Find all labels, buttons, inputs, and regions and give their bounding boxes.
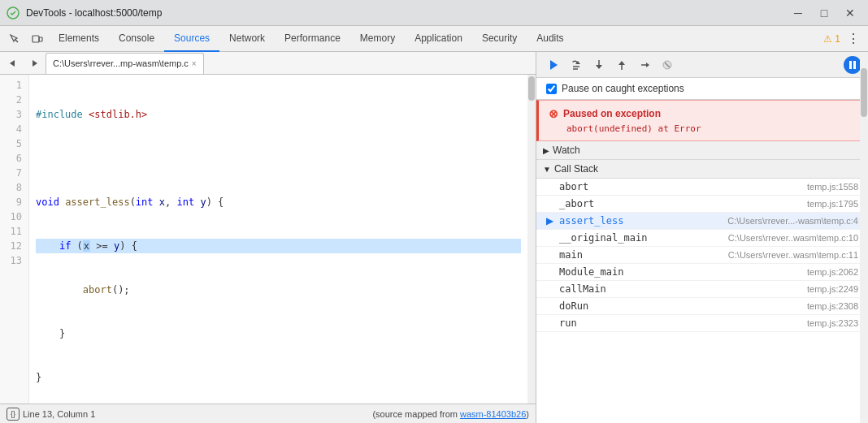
main-layout: C:\Users\rrever...mp-wasm\temp.c × 1 2 3… bbox=[0, 52, 868, 423]
inspect-element-button[interactable] bbox=[3, 28, 26, 50]
tab-elements[interactable]: Elements bbox=[49, 26, 109, 52]
svg-rect-19 bbox=[853, 61, 856, 69]
watch-section-label: Watch bbox=[553, 145, 580, 156]
source-tab-bar: C:\Users\rrever...mp-wasm\temp.c × bbox=[0, 52, 536, 75]
step-button[interactable] bbox=[634, 54, 655, 76]
error-icon: ⊗ bbox=[549, 107, 558, 120]
toolbar-end: ⚠ 1 ⋮ bbox=[823, 28, 865, 50]
pause-button[interactable] bbox=[844, 56, 861, 74]
call-stack-list: abort temp.js:1558 _abort temp.js:1795 ▶… bbox=[536, 179, 868, 423]
active-frame-arrow: ▶ bbox=[546, 215, 556, 227]
stack-item-assert_less[interactable]: ▶ assert_less C:\Users\rrever...-wasm\te… bbox=[536, 213, 868, 230]
right-pane-content: Pause on caught exceptions ⊗ Paused on e… bbox=[536, 78, 868, 423]
tab-security[interactable]: Security bbox=[472, 26, 527, 52]
deactivate-breakpoints-button[interactable] bbox=[657, 54, 678, 76]
code-line-5: abort(); bbox=[36, 283, 521, 297]
tab-application[interactable]: Application bbox=[405, 26, 472, 52]
svg-marker-6 bbox=[550, 60, 558, 70]
exception-banner: ⊗ Paused on exception abort(undefined) a… bbox=[536, 100, 868, 141]
right-pane-scrollbar[interactable] bbox=[860, 78, 868, 423]
tab-performance[interactable]: Performance bbox=[275, 26, 350, 52]
code-line-3: void assert_less(int x, int y) { bbox=[36, 195, 521, 209]
stack-item-run[interactable]: run temp.js:2323 bbox=[536, 315, 868, 332]
code-scrollbar-thumb bbox=[528, 76, 535, 101]
line-numbers: 1 2 3 4 5 6 7 8 9 10 11 12 13 bbox=[0, 75, 29, 404]
code-line-1: #include <stdlib.h> bbox=[36, 107, 521, 122]
call-stack-section-label: Call Stack bbox=[554, 163, 598, 175]
warning-badge[interactable]: ⚠ 1 bbox=[823, 33, 840, 45]
code-content[interactable]: #include <stdlib.h> void assert_less(int… bbox=[29, 75, 527, 404]
tab-sources[interactable]: Sources bbox=[164, 26, 219, 52]
tab-audits[interactable]: Audits bbox=[527, 26, 573, 52]
status-bar: {} Line 13, Column 1 (source mapped from… bbox=[0, 404, 536, 423]
close-tab-button[interactable]: × bbox=[192, 59, 197, 68]
pause-exceptions-row: Pause on caught exceptions bbox=[536, 78, 868, 100]
code-line-6: } bbox=[36, 326, 521, 341]
source-nav-forward[interactable] bbox=[24, 54, 44, 73]
maximize-button[interactable]: □ bbox=[813, 4, 835, 22]
close-button[interactable]: ✕ bbox=[839, 4, 861, 22]
resume-button[interactable] bbox=[543, 54, 564, 76]
stack-item-original_main[interactable]: __original_main C:\Users\rrever..wasm\te… bbox=[536, 230, 868, 247]
watch-chevron-icon: ▶ bbox=[543, 146, 549, 155]
warning-icon: ⚠ bbox=[823, 33, 832, 45]
source-nav-back[interactable] bbox=[3, 54, 23, 73]
svg-rect-2 bbox=[33, 36, 39, 42]
status-right: (source mapped from wasm-81403b26) bbox=[102, 409, 529, 419]
svg-marker-4 bbox=[10, 60, 15, 67]
status-left: {} Line 13, Column 1 bbox=[7, 408, 95, 421]
minimize-button[interactable]: ─ bbox=[787, 4, 809, 22]
step-over-button[interactable] bbox=[566, 54, 587, 76]
code-area: 1 2 3 4 5 6 7 8 9 10 11 12 13 #include <… bbox=[0, 75, 536, 404]
right-pane: Pause on caught exceptions ⊗ Paused on e… bbox=[536, 52, 868, 423]
warning-count: 1 bbox=[835, 33, 840, 45]
devtools-icon bbox=[7, 6, 20, 19]
svg-line-1 bbox=[15, 39, 19, 42]
source-file-tab[interactable]: C:\Users\rrever...mp-wasm\temp.c × bbox=[46, 53, 204, 74]
svg-marker-11 bbox=[596, 65, 602, 69]
stack-item-callmain[interactable]: callMain temp.js:2249 bbox=[536, 281, 868, 298]
tab-bar: Elements Console Sources Network Perform… bbox=[49, 26, 823, 52]
call-stack-chevron-icon: ▼ bbox=[543, 165, 551, 174]
code-line-4: if (x >= y) { bbox=[36, 239, 521, 253]
source-map-link[interactable]: wasm-81403b26 bbox=[460, 409, 526, 419]
svg-rect-3 bbox=[39, 37, 42, 41]
cursor-position: Line 13, Column 1 bbox=[23, 409, 95, 419]
source-file-name: C:\Users\rrever...mp-wasm\temp.c bbox=[53, 58, 189, 68]
svg-rect-18 bbox=[849, 61, 852, 69]
exception-message: abort(undefined) at Error bbox=[566, 123, 857, 134]
stack-item-main[interactable]: main C:\Users\rrever..wasm\temp.c:11 bbox=[536, 247, 868, 264]
svg-marker-5 bbox=[33, 60, 37, 67]
pause-exceptions-label[interactable]: Pause on caught exceptions bbox=[562, 83, 684, 94]
more-options-button[interactable]: ⋮ bbox=[842, 28, 865, 50]
code-vertical-scrollbar[interactable] bbox=[527, 75, 536, 404]
svg-marker-15 bbox=[646, 63, 649, 67]
svg-marker-13 bbox=[618, 61, 625, 65]
right-scrollbar-thumb bbox=[861, 78, 867, 117]
stack-item-module_main[interactable]: Module_main temp.js:2062 bbox=[536, 264, 868, 281]
device-toggle-button[interactable] bbox=[26, 28, 49, 50]
window-controls: ─ □ ✕ bbox=[787, 4, 861, 22]
debugger-toolbar bbox=[536, 52, 868, 78]
window-title: DevTools - localhost:5000/temp bbox=[26, 7, 780, 19]
tab-network[interactable]: Network bbox=[219, 26, 275, 52]
exception-title: ⊗ Paused on exception bbox=[549, 107, 857, 120]
left-pane: C:\Users\rrever...mp-wasm\temp.c × 1 2 3… bbox=[0, 52, 536, 423]
main-toolbar: Elements Console Sources Network Perform… bbox=[0, 26, 868, 52]
stack-item-abort[interactable]: abort temp.js:1558 bbox=[536, 179, 868, 196]
status-brackets-icon: {} bbox=[7, 408, 20, 421]
step-into-button[interactable] bbox=[588, 54, 610, 76]
step-out-button[interactable] bbox=[611, 54, 632, 76]
code-line-2 bbox=[36, 151, 521, 166]
stack-item-_abort[interactable]: _abort temp.js:1795 bbox=[536, 196, 868, 213]
call-stack-section-header[interactable]: ▼ Call Stack bbox=[536, 160, 868, 179]
tab-console[interactable]: Console bbox=[109, 26, 164, 52]
watch-section-header[interactable]: ▶ Watch bbox=[536, 141, 868, 160]
pause-exceptions-checkbox[interactable] bbox=[546, 84, 557, 94]
tab-memory[interactable]: Memory bbox=[350, 26, 405, 52]
code-line-7: } bbox=[36, 370, 521, 385]
title-bar: DevTools - localhost:5000/temp ─ □ ✕ bbox=[0, 0, 868, 26]
stack-item-dorun[interactable]: doRun temp.js:2308 bbox=[536, 298, 868, 315]
